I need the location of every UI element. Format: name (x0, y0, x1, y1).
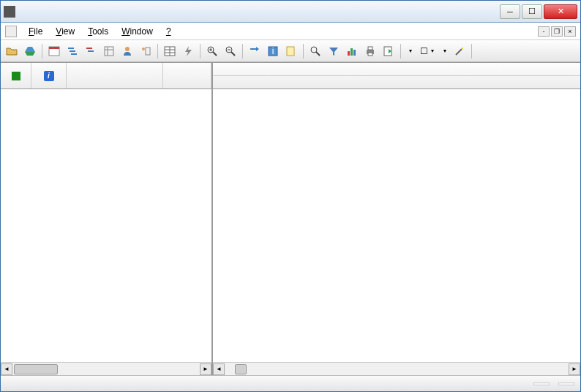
svg-rect-3 (49, 47, 59, 49)
minimize-button[interactable]: ─ (500, 4, 520, 19)
menu-window[interactable]: Window (116, 25, 159, 38)
svg-line-39 (456, 49, 462, 55)
menu-tools[interactable]: Tools (82, 25, 114, 38)
filter-icon[interactable] (326, 43, 342, 59)
col-name[interactable] (67, 63, 163, 88)
right-hscroll[interactable]: ◄ ► (213, 362, 580, 375)
svg-line-20 (213, 52, 217, 56)
svg-point-40 (462, 48, 463, 49)
svg-rect-34 (353, 50, 356, 56)
svg-point-13 (142, 48, 145, 50)
statusbar (1, 375, 580, 391)
wand-icon[interactable] (451, 43, 468, 59)
svg-rect-8 (88, 50, 94, 52)
zoom-out-icon[interactable] (222, 43, 239, 59)
status-license (558, 382, 574, 385)
svg-text:i: i (272, 46, 274, 56)
svg-line-24 (231, 52, 235, 56)
gantt-body[interactable] (213, 89, 580, 362)
timescale[interactable] (213, 63, 580, 89)
cube-icon (12, 72, 20, 80)
task-usage-icon[interactable] (101, 43, 117, 59)
zoom-in-icon[interactable] (204, 43, 220, 59)
svg-rect-4 (68, 48, 74, 49)
toolbar: i ▾ ☐ ▾ ▾ (1, 40, 580, 62)
svg-point-12 (125, 47, 130, 51)
col-id[interactable] (1, 63, 31, 88)
close-button[interactable]: ✕ (544, 4, 577, 19)
task-table: i ◄ ► (1, 63, 213, 375)
notes-icon[interactable] (283, 43, 299, 59)
doc-icon (5, 26, 17, 37)
scroll-thumb[interactable] (14, 364, 58, 374)
export-icon[interactable] (381, 43, 397, 59)
resource-sheet-icon[interactable] (119, 43, 135, 59)
menu-help[interactable]: ? (160, 25, 177, 38)
goto-task-icon[interactable] (247, 43, 263, 59)
menubar: File View Tools Window ? - ❐ × (1, 23, 580, 40)
mdi-restore[interactable]: ❐ (551, 26, 563, 37)
scroll-left-icon[interactable]: ◄ (1, 363, 12, 375)
maximize-button[interactable]: ☐ (522, 4, 542, 19)
drive-icon[interactable] (22, 43, 38, 59)
col-duration[interactable] (163, 63, 211, 88)
scroll-thumb[interactable] (235, 364, 247, 374)
table-header: i (1, 63, 211, 89)
svg-rect-33 (351, 48, 353, 56)
tracking-gantt-icon[interactable] (83, 43, 99, 59)
resource-usage-icon[interactable] (138, 43, 154, 59)
app-icon (4, 6, 15, 18)
left-hscroll[interactable]: ◄ ► (1, 362, 211, 375)
svg-rect-9 (105, 47, 113, 56)
svg-marker-0 (25, 47, 35, 52)
svg-rect-5 (70, 50, 75, 52)
print-icon[interactable] (362, 43, 378, 59)
content: i ◄ ► ◄ ► (1, 62, 580, 375)
svg-rect-14 (146, 48, 150, 55)
table-icon[interactable] (162, 43, 178, 59)
calendar-icon[interactable] (46, 43, 62, 59)
mdi-minimize[interactable]: - (538, 26, 550, 37)
info-icon: i (44, 71, 54, 81)
app-window: ─ ☐ ✕ File View Tools Window ? - ❐ × (0, 0, 581, 392)
gantt-pane: ◄ ► (213, 63, 580, 375)
chart-icon[interactable] (344, 43, 360, 59)
table-body[interactable] (1, 89, 211, 362)
svg-rect-36 (368, 47, 372, 50)
svg-rect-7 (86, 48, 92, 49)
svg-rect-26 (250, 48, 256, 50)
status-format (533, 382, 550, 385)
gantt-icon[interactable] (64, 43, 80, 59)
task-info-icon[interactable]: i (265, 43, 281, 59)
svg-rect-32 (348, 51, 350, 56)
svg-line-31 (316, 52, 320, 56)
scroll-left-icon[interactable]: ◄ (213, 363, 225, 375)
open-icon[interactable] (4, 43, 20, 59)
group-e[interactable]: ☐ ▾ (417, 46, 437, 56)
menu-file[interactable]: File (23, 25, 48, 38)
find-icon[interactable] (307, 43, 323, 59)
svg-rect-6 (71, 53, 77, 55)
titlebar[interactable]: ─ ☐ ✕ (1, 1, 580, 23)
scroll-right-icon[interactable]: ► (200, 363, 211, 375)
svg-marker-1 (25, 52, 35, 56)
filter-alltask[interactable]: ▾ (439, 48, 449, 54)
menu-view[interactable]: View (50, 25, 80, 38)
bolt-icon[interactable] (180, 43, 196, 59)
scroll-right-icon[interactable]: ► (569, 363, 580, 375)
svg-point-30 (311, 47, 317, 53)
svg-rect-37 (368, 53, 372, 56)
svg-rect-29 (287, 47, 294, 56)
col-indicators[interactable]: i (31, 63, 67, 88)
timescale-week[interactable]: ▾ (405, 48, 415, 54)
mdi-close[interactable]: × (564, 26, 576, 37)
